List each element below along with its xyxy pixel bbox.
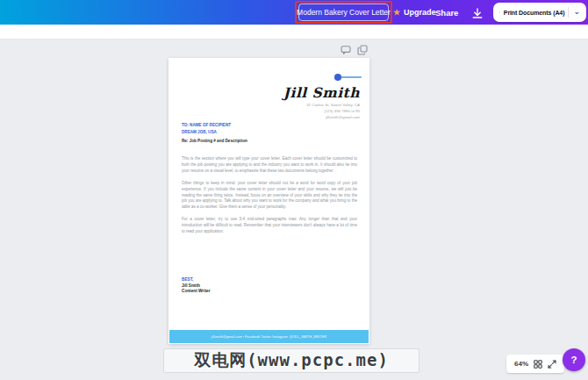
- decorative-slider-shape[interactable]: [334, 74, 362, 81]
- share-button[interactable]: Share: [435, 4, 458, 21]
- decor-line: [338, 76, 362, 78]
- chevron-down-icon[interactable]: ⌄: [573, 8, 580, 16]
- subject-line[interactable]: Re: Job Posting # and Description: [182, 139, 247, 143]
- address-line: jillsmith@gmail.com: [306, 114, 360, 120]
- paragraph: Other things to keep in mind: your cover…: [182, 181, 357, 212]
- paragraph: For a cover letter, try to use 3-4 mid-s…: [182, 217, 357, 235]
- upgrade-button[interactable]: ★ Upgrade: [393, 4, 436, 21]
- copy-icon[interactable]: [357, 45, 368, 55]
- document-page[interactable]: Jill Smith 41 Cookie St, Sweet Valley, C…: [169, 58, 369, 344]
- star-icon: ★: [393, 9, 400, 17]
- help-icon: ?: [570, 355, 577, 365]
- recipient-line: DREAM JOB, USA: [182, 129, 231, 136]
- document-title-button[interactable]: Modern Bakery Cover Letter: [298, 4, 389, 21]
- top-bar: Modern Bakery Cover Letter ★ Upgrade Sha…: [0, 0, 588, 25]
- watermark: 双电网(www.pcpc.me): [163, 348, 419, 373]
- print-documents-button[interactable]: Print Documents (A4) ⌄: [493, 3, 586, 22]
- signature-block[interactable]: BEST, Jill Smith Content Writer: [182, 277, 210, 295]
- expand-icon[interactable]: [548, 360, 556, 369]
- address-line: 41 Cookie St, Sweet Valley, CA: [306, 102, 360, 108]
- help-button[interactable]: ?: [563, 348, 585, 371]
- closing-line: BEST,: [182, 277, 210, 283]
- signature-role: Content Writer: [182, 289, 210, 295]
- sender-address[interactable]: 41 Cookie St, Sweet Valley, CA (123) 456…: [306, 102, 360, 120]
- printer-icon: [499, 7, 500, 18]
- letter-body[interactable]: This is the section where you will type …: [182, 156, 357, 241]
- download-button[interactable]: [470, 5, 484, 20]
- app-window: Modern Bakery Cover Letter ★ Upgrade Sha…: [0, 0, 588, 380]
- upgrade-label: Upgrade: [404, 8, 436, 17]
- zoom-level[interactable]: 64%: [514, 360, 528, 368]
- footer-contact-text: jillsmith@gmail.com • Facebook Twitter I…: [212, 335, 327, 339]
- paragraph: This is the section where you will type …: [182, 156, 357, 175]
- sender-name[interactable]: Jill Smith: [283, 84, 360, 101]
- view-controls: 64%: [506, 355, 564, 373]
- decor-dot: [334, 74, 341, 81]
- address-line: (123) 456 7890 to 95: [306, 108, 360, 114]
- recipient-line: TO: NAME OF RECIPIENT: [182, 122, 231, 129]
- print-label: Print Documents (A4): [504, 10, 565, 16]
- recipient-block[interactable]: TO: NAME OF RECIPIENT DREAM JOB, USA: [182, 122, 231, 136]
- comment-icon[interactable]: [341, 45, 351, 55]
- grid-view-icon[interactable]: [534, 360, 542, 369]
- letter-footer-bar[interactable]: jillsmith@gmail.com • Facebook Twitter I…: [169, 330, 369, 343]
- download-icon: [471, 7, 484, 19]
- page-actions: [341, 45, 368, 55]
- watermark-text: 双电网(www.pcpc.me): [194, 349, 389, 372]
- share-label: Share: [435, 8, 458, 18]
- signature-name: Jill Smith: [182, 283, 210, 290]
- toolbar-strip: [0, 25, 588, 39]
